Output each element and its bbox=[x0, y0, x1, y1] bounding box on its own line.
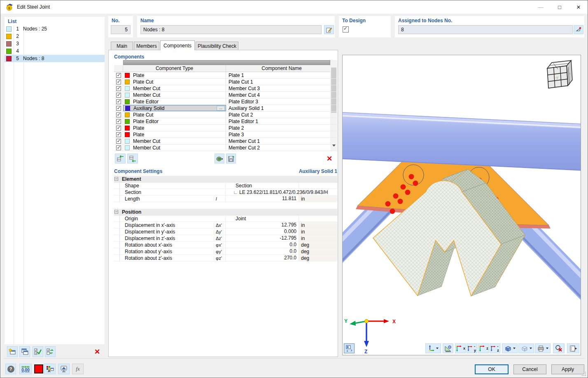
setting-value[interactable]: -12.795 bbox=[225, 235, 299, 241]
setting-value[interactable]: 0.0 bbox=[225, 242, 299, 248]
setting-unit[interactable]: in bbox=[299, 235, 337, 241]
row-checkbox[interactable] bbox=[114, 138, 123, 144]
setting-row-dx[interactable]: Displacement in x'-axis Δx' 12.795 in bbox=[114, 222, 337, 229]
list-item-2[interactable]: 2 bbox=[5, 33, 105, 40]
setting-row-dz[interactable]: Displacement in z'-axis Δz' -12.795 in bbox=[114, 235, 337, 242]
cancel-button[interactable]: Cancel bbox=[513, 364, 546, 374]
table-row[interactable]: Plate Plate 3 bbox=[114, 131, 337, 138]
row-checkbox[interactable] bbox=[114, 85, 123, 91]
help-button[interactable]: ? bbox=[5, 364, 16, 374]
row-checkbox[interactable] bbox=[114, 145, 123, 151]
rename-button[interactable] bbox=[324, 25, 334, 34]
list-item-3[interactable]: 3 bbox=[5, 40, 105, 47]
setting-value[interactable]: 0.000 bbox=[225, 229, 299, 235]
name-field[interactable]: Nodes : 8 bbox=[140, 25, 322, 34]
import-components-button[interactable] bbox=[215, 154, 224, 163]
list-item-5-selected[interactable]: 5 Nodes : 8 bbox=[5, 55, 105, 62]
collapse-icon[interactable] bbox=[114, 210, 118, 214]
display-colors-button[interactable]: A bbox=[44, 364, 56, 374]
list-item-4[interactable]: 4 bbox=[5, 47, 105, 55]
list-item-1[interactable]: 1 Nodes : 25 bbox=[5, 25, 105, 33]
row-checkbox[interactable] bbox=[114, 72, 123, 78]
setting-value[interactable]: 0.0 bbox=[225, 248, 299, 254]
setting-row-rx[interactable]: Rotation about x'-axis φx' 0.0 deg bbox=[114, 242, 337, 248]
collapse-icon[interactable] bbox=[114, 177, 118, 181]
delete-joint-button[interactable]: ✕ bbox=[92, 346, 103, 357]
tab-components[interactable]: Components bbox=[160, 40, 195, 50]
color-swatch-button[interactable] bbox=[34, 364, 43, 373]
resize-grip[interactable] bbox=[582, 372, 587, 377]
apply-button[interactable]: Apply bbox=[551, 364, 584, 374]
setting-value[interactable]: 270.0 bbox=[225, 255, 299, 261]
column-group-strip[interactable] bbox=[123, 60, 330, 65]
view-x-button[interactable]: x bbox=[455, 343, 466, 353]
print-dropdown[interactable] bbox=[535, 343, 551, 353]
maximize-button[interactable]: □ bbox=[550, 0, 569, 14]
panel-toggle-button[interactable] bbox=[567, 343, 579, 353]
row-checkbox[interactable] bbox=[114, 98, 123, 105]
table-row[interactable]: Member Cut Member Cut 3 bbox=[114, 85, 337, 92]
table-row[interactable]: Plate Cut Plate Cut 1 bbox=[114, 79, 337, 85]
row-checkbox[interactable] bbox=[114, 92, 123, 98]
assigned-nodes-field[interactable]: 8 bbox=[398, 25, 573, 34]
check-all-button[interactable] bbox=[33, 346, 43, 357]
beam-member[interactable] bbox=[343, 112, 581, 170]
table-row[interactable]: Member Cut Member Cut 1 bbox=[114, 138, 337, 145]
setting-row-shape[interactable]: Shape Section bbox=[114, 182, 337, 189]
setting-unit[interactable]: deg bbox=[299, 255, 337, 261]
invert-checks-button[interactable] bbox=[45, 346, 56, 357]
units-settings-button[interactable]: 0,00 bbox=[19, 364, 32, 374]
row-checkbox[interactable] bbox=[114, 125, 123, 131]
setting-unit[interactable]: in bbox=[299, 222, 337, 228]
setting-unit[interactable]: in bbox=[299, 196, 337, 202]
tab-plausibility-check[interactable]: Plausibility Check bbox=[196, 42, 238, 50]
display-options-button[interactable] bbox=[344, 343, 355, 353]
group-element[interactable]: Element bbox=[114, 176, 337, 182]
view-minus-z-button[interactable]: -z bbox=[490, 343, 500, 353]
row-checkbox[interactable] bbox=[114, 105, 123, 111]
minimize-button[interactable]: — bbox=[531, 0, 550, 14]
setting-unit[interactable]: in bbox=[299, 229, 337, 235]
table-row[interactable]: Plate Plate 1 bbox=[114, 72, 337, 79]
screen-display-button[interactable] bbox=[58, 364, 70, 374]
table-row[interactable]: Plate Plate 2 bbox=[114, 125, 337, 131]
view-minus-y-button[interactable]: -y bbox=[467, 343, 477, 353]
table-row[interactable]: Member Cut Member Cut 4 bbox=[114, 92, 337, 98]
group-position[interactable]: Position bbox=[114, 209, 337, 215]
close-button[interactable]: ✕ bbox=[569, 0, 588, 14]
zoom-reset-button[interactable] bbox=[553, 343, 565, 353]
setting-row-length[interactable]: Length l 11.811 in bbox=[114, 196, 337, 202]
tab-main[interactable]: Main bbox=[111, 42, 133, 50]
setting-value[interactable]: 11.811 bbox=[225, 196, 299, 202]
row-checkbox[interactable] bbox=[114, 112, 123, 118]
save-components-button[interactable] bbox=[226, 154, 236, 163]
add-row-below-button[interactable] bbox=[127, 154, 138, 163]
table-row[interactable]: Plate Editor Plate Editor 1 bbox=[114, 118, 337, 125]
to-design-checkbox[interactable] bbox=[343, 26, 349, 33]
setting-row-rz[interactable]: Rotation about z'-axis φz' 270.0 deg bbox=[114, 255, 337, 261]
setting-value[interactable]: LE 23.622/11.811/0.472/0.236/0/9.843/H bbox=[239, 189, 328, 195]
table-row[interactable]: Plate Cut Plate Cut 2 bbox=[114, 112, 337, 118]
delete-component-button[interactable]: ✕ bbox=[324, 154, 335, 163]
setting-unit[interactable]: deg bbox=[299, 248, 337, 254]
row-checkbox[interactable] bbox=[114, 118, 123, 124]
setting-row-origin[interactable]: Origin Joint bbox=[114, 215, 337, 222]
tab-members[interactable]: Members bbox=[134, 42, 159, 50]
row-checkbox[interactable] bbox=[114, 131, 123, 138]
table-row[interactable]: Plate Editor Plate Editor 3 bbox=[114, 98, 337, 105]
solid-display-dropdown[interactable] bbox=[518, 343, 534, 353]
3d-viewport[interactable]: -y x X Y Z bbox=[342, 55, 581, 355]
table-row-selected[interactable]: Auxiliary Solid ... Auxiliary Solid 1 bbox=[114, 105, 337, 112]
copy-joint-button[interactable] bbox=[19, 346, 30, 357]
setting-value[interactable]: Section bbox=[225, 183, 299, 189]
table-header[interactable]: Component Type Component Name bbox=[114, 65, 337, 72]
navigation-cube[interactable]: -y x bbox=[547, 61, 572, 88]
setting-row-section[interactable]: Section ∟ LE 23.622/11.811/0.472/0.236/0… bbox=[114, 189, 337, 196]
setting-row-dy[interactable]: Displacement in y'-axis Δy' 0.000 in bbox=[114, 229, 337, 235]
setting-unit[interactable]: deg bbox=[299, 242, 337, 248]
ok-button[interactable]: OK bbox=[475, 364, 509, 374]
measure-button[interactable] bbox=[443, 343, 453, 353]
isometric-view-dropdown[interactable] bbox=[502, 343, 518, 353]
setting-value[interactable]: Joint bbox=[225, 216, 299, 222]
table-row[interactable]: Member Cut Member Cut 2 bbox=[114, 145, 337, 151]
